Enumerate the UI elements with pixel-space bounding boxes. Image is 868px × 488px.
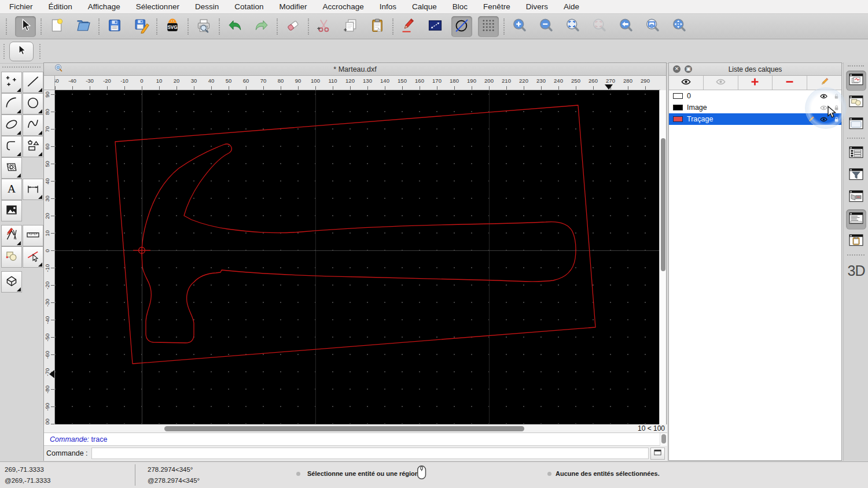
drawing-window-titlebar[interactable]: * Marteau.dxf <box>44 63 666 76</box>
zoom-in-button[interactable] <box>509 16 530 37</box>
text-tool-button[interactable]: A <box>1 179 22 200</box>
flyout-indicator <box>17 287 21 291</box>
drawing-canvas[interactable] <box>55 90 660 424</box>
layer-row-0[interactable]: 0 <box>669 90 841 102</box>
zoom-pan-icon <box>671 17 687 36</box>
toolbar-group <box>393 16 503 37</box>
float-panel-icon[interactable]: ▣ <box>685 65 692 73</box>
draw-mode-button[interactable] <box>398 16 419 37</box>
menu-cotation[interactable]: Cotation <box>234 2 263 11</box>
grid-toggle-button[interactable] <box>478 16 499 37</box>
cut-button[interactable] <box>314 16 334 37</box>
command-input[interactable] <box>91 448 649 459</box>
new-file-button[interactable] <box>46 16 67 37</box>
trace-mode-button[interactable] <box>451 16 472 37</box>
add-layer-button[interactable] <box>738 76 773 90</box>
layer-row-traage[interactable]: Traçage <box>669 113 841 125</box>
layer-row-image[interactable]: Image <box>669 102 841 113</box>
property-editor-panel-toggle-button[interactable] <box>846 114 866 135</box>
line-tools-button[interactable] <box>23 72 43 93</box>
zoom-pan-button[interactable] <box>669 16 690 37</box>
layer-list-panel-toggle-button[interactable] <box>846 71 866 91</box>
menu-fentre[interactable]: Fenêtre <box>483 2 510 11</box>
menu-divers[interactable]: Divers <box>526 2 548 11</box>
menu-affichage[interactable]: Affichage <box>88 2 120 11</box>
show-all-layers-button[interactable] <box>669 76 704 90</box>
menu-accrochage[interactable]: Accrochage <box>322 2 363 11</box>
canvas-horizontal-scrollbar[interactable]: 10 < 100 <box>44 424 667 433</box>
mouse-cursor <box>826 105 840 121</box>
spline-tools-button[interactable] <box>23 114 43 136</box>
block-tools-button[interactable] <box>1 246 22 268</box>
menu-bloc[interactable]: Bloc <box>453 2 468 11</box>
render-panel-toggle-button[interactable] <box>846 187 866 208</box>
v-ruler-tick <box>51 164 54 164</box>
command-history-scrollbar[interactable] <box>660 433 667 446</box>
redo-button[interactable] <box>251 16 272 37</box>
menu-infos[interactable]: Infos <box>380 2 396 11</box>
image-tool-button[interactable] <box>1 200 22 221</box>
selection-pointer-button[interactable] <box>9 42 34 61</box>
save-file-button[interactable] <box>104 16 125 37</box>
hatch-tool-button[interactable] <box>1 157 22 179</box>
solid-3d-tools-button[interactable] <box>1 271 22 293</box>
menu-fichier[interactable]: Fichier <box>9 2 33 11</box>
remove-layer-button[interactable] <box>773 76 807 90</box>
paste-button[interactable] <box>367 16 388 37</box>
modify-tools-button[interactable] <box>1 225 22 246</box>
undo-button[interactable] <box>225 16 245 37</box>
palette-drag-handle[interactable] <box>2 66 41 68</box>
point-tools-button[interactable] <box>1 72 22 93</box>
copy-button[interactable] <box>340 16 361 37</box>
h-ruler-label: 290 <box>637 77 653 84</box>
expand-command-window-button[interactable] <box>650 448 665 460</box>
menu-calque[interactable]: Calque <box>412 2 437 11</box>
command-line-panel-toggle-button[interactable] <box>846 209 866 230</box>
selection-filter-panel-toggle-button[interactable] <box>846 165 866 186</box>
erase-button[interactable] <box>282 16 303 37</box>
close-panel-icon[interactable]: ✕ <box>673 65 681 73</box>
clipboard-panel-toggle-button[interactable] <box>846 231 866 252</box>
layer-lock-icon[interactable] <box>832 92 841 102</box>
block-list-panel-toggle-button[interactable] <box>846 93 866 113</box>
dock-drag-handle[interactable] <box>848 65 864 66</box>
h-ruler-tick <box>437 86 437 90</box>
menu-slectionner[interactable]: Sélectionner <box>136 2 179 11</box>
polyline-tools-button[interactable] <box>1 136 22 157</box>
command-history-scroll-thumb[interactable] <box>661 434 666 443</box>
shape-tools-button[interactable] <box>23 136 43 157</box>
option-toolbar-drag-handle[interactable] <box>3 44 6 59</box>
menu-modifier[interactable]: Modifier <box>279 2 307 11</box>
attribute-tools-button[interactable] <box>23 246 43 268</box>
layer-visibility-eye-icon[interactable] <box>819 92 828 102</box>
v-ruler-label: 80 <box>44 103 50 120</box>
library-browser-panel-toggle-button[interactable] <box>846 143 866 164</box>
zoom-auto-button[interactable] <box>562 16 583 37</box>
zoom-window-button[interactable] <box>642 16 663 37</box>
toolbar-drag-handle[interactable] <box>6 19 8 35</box>
print-preview-button[interactable] <box>193 16 214 37</box>
canvas-vertical-scrollbar[interactable] <box>659 90 666 424</box>
open-file-button[interactable] <box>73 16 94 37</box>
dock-separator <box>847 138 865 139</box>
select-tool-button[interactable] <box>15 16 36 37</box>
svg-export-button[interactable]: SVG <box>162 16 183 37</box>
arc-tools-button[interactable] <box>1 93 22 114</box>
circle-tools-button[interactable] <box>23 93 43 114</box>
ellipse-tools-button[interactable] <box>1 114 22 136</box>
dimension-tools-button[interactable] <box>23 179 43 200</box>
hide-all-layers-button[interactable] <box>704 76 738 90</box>
zoom-previous-button[interactable] <box>616 16 637 37</box>
menu-aide[interactable]: Aide <box>564 2 579 11</box>
vertical-scroll-thumb[interactable] <box>661 138 665 271</box>
menu-dition[interactable]: Édition <box>49 2 72 11</box>
dimension-mode-button[interactable] <box>425 16 446 37</box>
menu-dessin[interactable]: Dessin <box>195 2 219 11</box>
horizontal-ruler: -50-40-30-20-100102030405060708090100110… <box>55 76 660 90</box>
option-toolbar-drag-handle-2[interactable] <box>39 44 42 59</box>
save-file-as-button[interactable] <box>131 16 152 37</box>
zoom-out-button[interactable] <box>536 16 557 37</box>
horizontal-scroll-thumb[interactable] <box>164 426 524 431</box>
measure-tools-button[interactable] <box>23 225 43 246</box>
edit-layer-button[interactable] <box>807 76 841 90</box>
